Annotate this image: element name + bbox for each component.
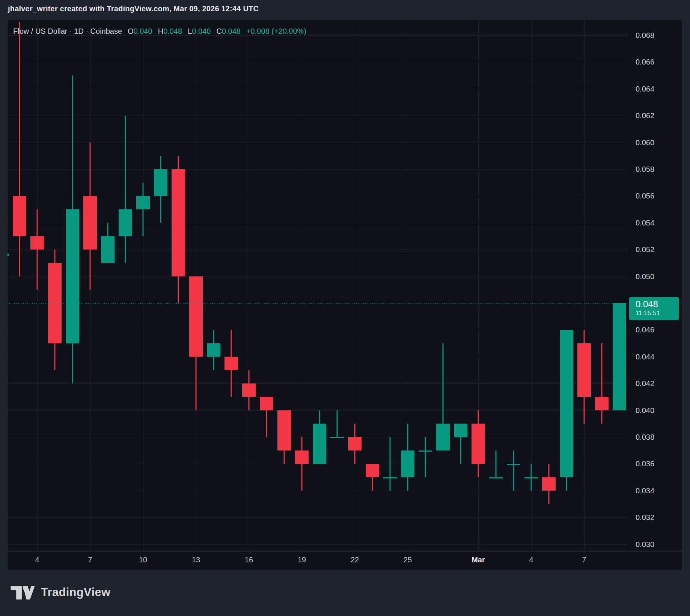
attribution-header: jhalver_writer created with TradingView.… (8, 5, 259, 13)
symbol-title: Flow / US Dollar · 1D · Coinbase (13, 27, 122, 36)
price-tick-label: 0.030 (636, 540, 654, 549)
price-axis[interactable]: 0.0300.0320.0340.0360.0380.0400.0420.044… (628, 20, 682, 551)
candle-feb-18-body (277, 410, 291, 451)
price-tick-label: 0.036 (636, 459, 654, 468)
tradingview-snapshot: jhalver_writer created with TradingView.… (0, 0, 690, 616)
price-tick-label: 0.050 (636, 272, 654, 281)
candle-feb-11-body (154, 169, 167, 196)
last-price-label: 0.048 11:15:51 (629, 297, 679, 320)
candle-feb-7-body (83, 196, 97, 249)
chart-widget: Flow / US Dollar · 1D · Coinbase O0.040 … (7, 20, 682, 570)
time-tick-label: Mar (467, 556, 490, 564)
price-tick-label: 0.044 (636, 352, 654, 361)
candle-feb-22-body (348, 437, 362, 451)
price-tick-label: 0.034 (636, 486, 654, 495)
time-tick-label: 10 (132, 556, 154, 564)
candle-mar-3-wick (513, 451, 514, 491)
candle-feb-10-body (136, 196, 150, 209)
candle-mar-5-body (542, 477, 556, 491)
price-tick-label: 0.040 (636, 406, 654, 415)
candle-mar-3-body (507, 464, 520, 465)
price-tick-label: 0.038 (636, 433, 654, 442)
candle-feb-24-body (383, 477, 397, 478)
time-tick-label: 16 (238, 556, 260, 564)
ohlc-close: C0.048 (216, 27, 241, 36)
time-axis[interactable]: 47101316192225Mar47 (7, 551, 682, 570)
tradingview-logo-icon (9, 584, 36, 600)
price-tick-label: 0.054 (636, 218, 654, 227)
ohlc-high: H0.048 (158, 27, 182, 36)
symbol-legend: Flow / US Dollar · 1D · Coinbase O0.040 … (13, 27, 306, 36)
bar-countdown: 11:15:51 (636, 309, 679, 317)
candle-feb-8-body (101, 236, 114, 263)
pane-background (7, 20, 682, 570)
price-tick-label: 0.066 (636, 57, 654, 66)
price-tick-label: 0.042 (636, 379, 654, 388)
candle-mar-2-wick (496, 451, 497, 477)
price-tick-label: 0.064 (636, 84, 654, 93)
time-tick-label: 25 (396, 556, 419, 564)
time-tick-label: 22 (343, 556, 366, 564)
price-tick-label: 0.068 (636, 31, 654, 40)
candle-feb-21-wick (337, 410, 338, 437)
time-tick-label: 7 (573, 556, 595, 564)
price-tick-label: 0.052 (636, 245, 654, 254)
price-tick-label: 0.056 (636, 191, 654, 200)
candle-feb-19-body (295, 451, 309, 464)
candle-mar-2-body (489, 477, 503, 478)
candle-feb-19-wick (301, 437, 303, 491)
candle-mar-8-body (595, 397, 609, 410)
candle-feb-4-body (30, 236, 44, 250)
candle-mar-8-wick (601, 343, 603, 424)
candle-mar-7-body (577, 343, 591, 397)
price-tick-label: 0.032 (636, 513, 654, 522)
candle-feb-3-body (13, 196, 26, 236)
candle-feb-13-body (189, 276, 203, 357)
candle-feb-12-body (172, 169, 185, 276)
candle-feb-17-body (260, 397, 273, 410)
candle-mar-9-body (613, 303, 626, 410)
tradingview-logo-text: TradingView (41, 586, 110, 599)
price-tick-label: 0.060 (636, 138, 654, 147)
candle-feb-27-body (436, 424, 450, 450)
time-tick-label: 13 (185, 556, 207, 564)
candle-feb-26-body (419, 451, 432, 452)
candle-feb-14-body (207, 343, 220, 357)
time-tick-label: 4 (520, 556, 542, 564)
candle-feb-15-body (224, 357, 238, 370)
candle-feb-26-wick (425, 437, 426, 477)
change-value: +0.008 (+20.00%) (246, 27, 306, 36)
candle-feb-9-body (119, 209, 132, 236)
candle-feb-6-body (66, 209, 79, 343)
candle-feb-21-body (330, 437, 344, 438)
tradingview-footer[interactable]: TradingView (9, 584, 110, 600)
candle-mar-1-body (472, 424, 485, 464)
time-tick-label: 19 (291, 556, 313, 564)
candle-feb-16-body (242, 383, 256, 397)
candle-feb-9-wick (125, 116, 126, 263)
last-price-value: 0.048 (636, 299, 679, 309)
price-tick-label: 0.058 (636, 165, 654, 174)
candle-mar-6-body (560, 330, 573, 477)
candle-feb-25-body (401, 451, 414, 477)
price-tick-label: 0.046 (636, 325, 654, 334)
candle-feb-28-body (454, 424, 467, 437)
candle-mar-4-body (524, 477, 538, 478)
candle-feb-3-wick (19, 22, 20, 276)
candle-feb-24-wick (390, 437, 391, 491)
time-tick-label: 7 (79, 556, 101, 564)
candlestick-chart-pane[interactable] (7, 20, 682, 570)
time-tick-label: 4 (26, 556, 48, 564)
price-tick-label: 0.062 (636, 111, 654, 120)
ohlc-open: O0.040 (128, 27, 152, 36)
candle-feb-23-body (366, 464, 379, 477)
candle-feb-20-body (313, 424, 326, 464)
ohlc-low: L0.040 (188, 27, 211, 36)
